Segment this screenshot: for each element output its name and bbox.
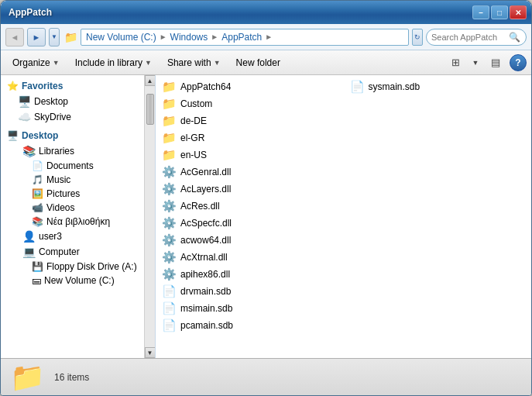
window-title: AppPatch xyxy=(9,7,52,18)
sidebar-item-pictures[interactable]: 🖼️ Pictures xyxy=(1,187,144,201)
list-item[interactable]: ⚙️acwow64.dll xyxy=(156,232,344,249)
sidebar-item-libraries[interactable]: 📚 Libraries xyxy=(1,143,144,159)
file-name: drvmain.sdb xyxy=(180,286,231,297)
breadcrumb-part-2[interactable]: Windows xyxy=(170,32,208,43)
file-name: AcLayers.dll xyxy=(180,184,231,195)
file-icon: 📄 xyxy=(162,301,177,315)
list-item[interactable]: ⚙️AcLayers.dll xyxy=(156,181,344,198)
file-icon: 📄 xyxy=(350,80,365,94)
file-name: el-GR xyxy=(180,133,204,143)
main-content: ⭐ Favorites 🖥️ Desktop ☁️ SkyDrive xyxy=(1,75,531,358)
sidebar-item-user3[interactable]: 👤 user3 xyxy=(1,229,144,244)
file-icon: 📄 xyxy=(162,319,177,332)
breadcrumb-part-1[interactable]: New Volume (C:) xyxy=(86,32,156,43)
sidebar-item-documents[interactable]: 📄 Documents xyxy=(1,159,144,173)
scroll-up-button[interactable]: ▲ xyxy=(145,75,156,86)
list-item[interactable]: 📁Custom xyxy=(156,95,344,112)
documents-icon: 📄 xyxy=(32,160,43,171)
file-name: Custom xyxy=(180,98,212,109)
favorites-section[interactable]: ⭐ Favorites xyxy=(1,78,144,94)
list-item[interactable]: ⚙️AcSpecfc.dll xyxy=(156,215,344,232)
list-item[interactable]: ⚙️apihex86.dll xyxy=(156,266,344,283)
list-item[interactable]: ⚙️AcGenral.dll xyxy=(156,164,344,181)
file-name: sysmain.sdb xyxy=(369,81,420,92)
file-name: de-DE xyxy=(180,115,207,126)
file-item-placeholder xyxy=(344,232,532,235)
breadcrumb-part-3[interactable]: AppPatch xyxy=(221,32,262,43)
list-item[interactable]: 📄msimain.sdb xyxy=(156,300,344,317)
nav-dropdown[interactable]: ▼ xyxy=(49,28,60,46)
sidebar-item-skydrive[interactable]: ☁️ SkyDrive xyxy=(1,109,144,125)
view-toggle-button[interactable]: ⊞ xyxy=(446,53,465,72)
scroll-thumb[interactable] xyxy=(146,94,154,125)
file-icon: ⚙️ xyxy=(162,165,177,179)
list-item[interactable]: 📄pcamain.sdb xyxy=(156,317,344,334)
new-folder-button[interactable]: New folder xyxy=(229,53,287,72)
sidebar-item-videos[interactable]: 📹 Videos xyxy=(1,201,144,215)
skydrive-icon: ☁️ xyxy=(18,111,31,123)
file-icon: ⚙️ xyxy=(162,250,177,264)
sidebar-item-new-volume[interactable]: 🖴 New Volume (C:) xyxy=(1,274,144,288)
back-button[interactable]: ◄ xyxy=(5,28,24,46)
pictures-icon: 🖼️ xyxy=(32,188,43,199)
list-item[interactable]: 📁en-US xyxy=(156,146,344,164)
list-item[interactable]: 📄drvmain.sdb xyxy=(156,283,344,300)
organize-button[interactable]: Organize ▼ xyxy=(5,53,67,72)
share-arrow: ▼ xyxy=(214,59,221,67)
search-icon[interactable]: 🔍 xyxy=(509,32,520,43)
address-bar: ◄ ► ▼ 📁 New Volume (C:) ► Windows ► AppP… xyxy=(1,24,531,50)
sidebar: ⭐ Favorites 🖥️ Desktop ☁️ SkyDrive xyxy=(1,75,144,358)
file-icon: 📁 xyxy=(162,148,177,162)
floppy-icon: 💾 xyxy=(32,261,43,272)
favorites-group: ⭐ Favorites 🖥️ Desktop ☁️ SkyDrive xyxy=(1,78,144,125)
list-item[interactable]: 📄sysmain.sdb xyxy=(344,78,532,95)
file-name: en-US xyxy=(180,150,207,160)
toolbar: Organize ▼ Include in library ▼ Share wi… xyxy=(1,50,531,75)
file-list: 📁AppPatch64📄sysmain.sdb📁Custom📁de-DE📁el-… xyxy=(156,75,531,337)
videos-icon: 📹 xyxy=(32,202,43,213)
organize-arrow: ▼ xyxy=(53,59,60,67)
help-button[interactable]: ? xyxy=(510,54,527,71)
file-name: AcSpecfc.dll xyxy=(180,218,232,229)
file-name: AcXtrnal.dll xyxy=(180,252,228,263)
file-icon: 📁 xyxy=(162,131,177,145)
breadcrumb[interactable]: New Volume (C:) ► Windows ► AppPatch ► xyxy=(81,29,409,46)
search-input[interactable] xyxy=(431,33,509,42)
sidebar-item-floppy[interactable]: 💾 Floppy Disk Drive (A:) xyxy=(1,260,144,274)
include-in-library-button[interactable]: Include in library ▼ xyxy=(68,53,159,72)
desktop2-icon: 🖥️ xyxy=(7,130,19,141)
file-item-placeholder xyxy=(344,112,532,115)
sidebar-item-desktop[interactable]: 🖥️ Desktop xyxy=(1,94,144,109)
computer-icon: 💻 xyxy=(22,246,36,258)
list-item[interactable]: 📁el-GR xyxy=(156,129,344,146)
maximize-button[interactable]: □ xyxy=(491,5,508,19)
file-icon: ⚙️ xyxy=(162,233,177,247)
status-folder-icon: 📁 xyxy=(10,361,45,394)
breadcrumb-arrow[interactable]: ↻ xyxy=(412,29,423,46)
desktop-section[interactable]: 🖥️ Desktop xyxy=(1,128,144,143)
forward-button[interactable]: ► xyxy=(27,28,46,46)
close-button[interactable]: ✕ xyxy=(510,5,527,19)
preview-pane-button[interactable]: ▤ xyxy=(486,53,505,72)
minimize-button[interactable]: – xyxy=(472,5,489,19)
list-item[interactable]: 📁AppPatch64 xyxy=(156,78,344,95)
scroll-down-button[interactable]: ▼ xyxy=(145,347,156,358)
list-item[interactable]: ⚙️AcXtrnal.dll xyxy=(156,249,344,266)
share-with-button[interactable]: Share with ▼ xyxy=(160,53,228,72)
file-name: AcRes.dll xyxy=(180,201,220,212)
view-dropdown-button[interactable]: ▼ xyxy=(466,53,485,72)
title-bar-buttons: – □ ✕ xyxy=(472,5,527,19)
status-bar: 📁 16 items xyxy=(1,358,531,395)
sidebar-item-music[interactable]: 🎵 Music xyxy=(1,173,144,187)
file-name: pcamain.sdb xyxy=(180,320,233,331)
sidebar-item-new-library[interactable]: 📚 Νέα βιβλιοθήκη xyxy=(1,215,144,229)
file-name: apihex86.dll xyxy=(180,269,230,280)
file-name: AppPatch64 xyxy=(180,81,231,92)
file-icon: ⚙️ xyxy=(162,267,177,281)
scroll-track xyxy=(145,86,156,347)
sidebar-item-computer[interactable]: 💻 Computer xyxy=(1,244,144,260)
list-item[interactable]: 📁de-DE xyxy=(156,112,344,129)
list-item[interactable]: ⚙️AcRes.dll xyxy=(156,198,344,215)
file-item-placeholder xyxy=(344,95,532,98)
new-volume-icon: 🖴 xyxy=(32,275,41,286)
